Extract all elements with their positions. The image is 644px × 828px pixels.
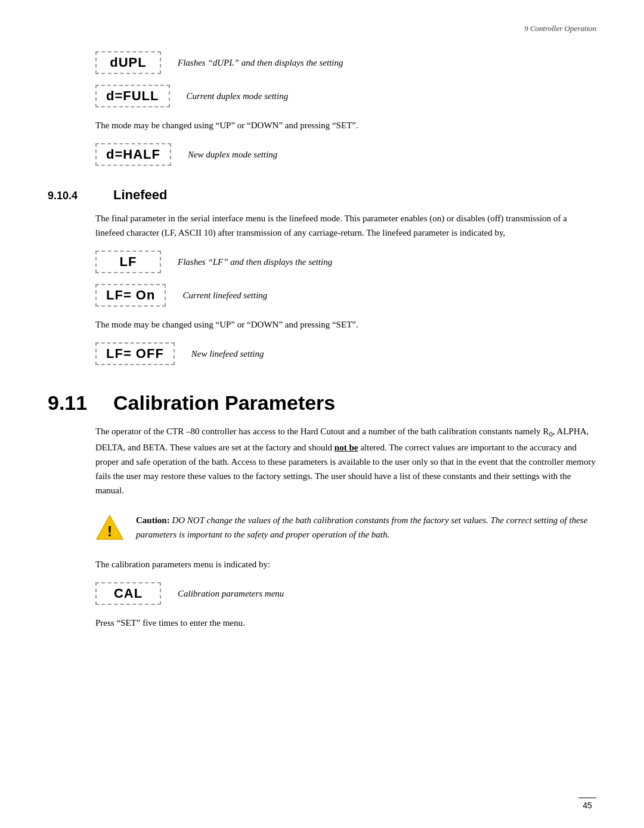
caution-text: Caution: DO NOT change the values of the… [136, 513, 596, 542]
cal-box: CAL [95, 582, 161, 605]
page-number: 45 [578, 798, 596, 810]
dhalf-desc: New duplex mode setting [188, 150, 277, 160]
dupl-box: dUPL [95, 51, 161, 74]
svg-text:!: ! [107, 523, 112, 539]
page-header: 9 Controller Operation [48, 24, 596, 33]
section-1010-heading: 9.10.4 Linefeed [48, 187, 596, 203]
section-1010-number: 9.10.4 [48, 190, 113, 202]
section-911-number: 9.11 [48, 391, 113, 415]
dupl-mode-change-text: The mode may be changed using “UP” or “D… [95, 118, 596, 132]
dfull-box: d=FULL [95, 85, 170, 107]
lf-off-display-row: LF= OFF New linefeed setting [95, 342, 596, 365]
lf-desc: Flashes “LF” and then displays the setti… [178, 257, 332, 267]
caution-label: Caution: [136, 515, 170, 525]
section-1010-body: The final parameter in the serial interf… [95, 211, 596, 240]
lf-box: LF [95, 251, 161, 273]
lf-on-display-row: LF= On Current linefeed setting [95, 284, 596, 307]
lf-display-row: LF Flashes “LF” and then displays the se… [95, 251, 596, 273]
dupl-desc: Flashes “dUPL” and then displays the set… [178, 58, 343, 68]
section-1010-title: Linefeed [113, 187, 167, 203]
lf-on-box: LF= On [95, 284, 166, 307]
lf-off-box: LF= OFF [95, 342, 175, 365]
cal-desc: Calibration parameters menu [178, 589, 284, 599]
cal-display-row: CAL Calibration parameters menu [95, 582, 596, 605]
section-911-heading: 9.11 Calibration Parameters [48, 391, 596, 415]
press-set-text: Press “SET” five times to enter the menu… [95, 616, 596, 630]
lf-mode-change-text: The mode may be changed using “UP” or “D… [95, 317, 596, 332]
caution-icon: ! [95, 513, 124, 542]
cal-intro-text: The calibration parameters menu is indic… [95, 557, 596, 571]
dfull-display-row: d=FULL Current duplex mode setting [95, 85, 596, 107]
caution-body: DO NOT change the values of the bath cal… [136, 515, 587, 539]
section-911-body: The operator of the CTR –80 controller h… [95, 424, 596, 498]
lf-on-desc: Current linefeed setting [182, 291, 267, 301]
dhalf-display-row: d=HALF New duplex mode setting [95, 143, 596, 166]
section-911-title: Calibration Parameters [113, 391, 335, 415]
not-be-text: not be [335, 443, 358, 452]
caution-block: ! Caution: DO NOT change the values of t… [95, 513, 596, 542]
dupl-display-row: dUPL Flashes “dUPL” and then displays th… [95, 51, 596, 74]
dfull-desc: Current duplex mode setting [187, 91, 289, 101]
lf-off-desc: New linefeed setting [191, 349, 264, 359]
dhalf-box: d=HALF [95, 143, 171, 166]
